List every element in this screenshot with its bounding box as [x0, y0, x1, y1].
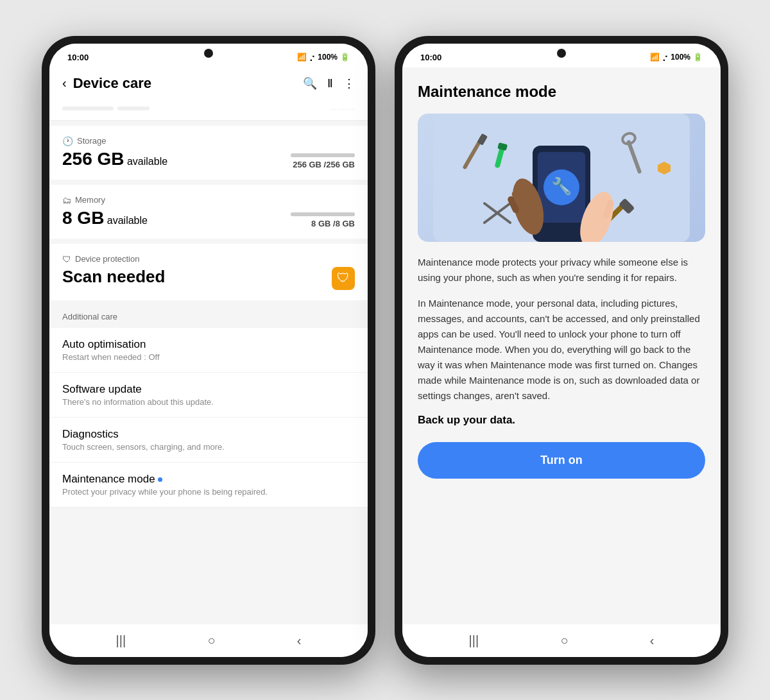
scan-status: Scan needed	[62, 267, 165, 287]
storage-label: 🕐 Storage	[62, 136, 355, 146]
memory-value: 8 GB available	[62, 208, 148, 228]
memory-unit: available	[107, 215, 148, 226]
status-icons-2: 📶 ⡐ 100% 🔋	[650, 53, 703, 62]
back-nav-button[interactable]: ‹	[297, 633, 302, 648]
battery-display: 100%	[318, 53, 338, 62]
memory-bar	[291, 212, 355, 216]
diagnostics-title: Diagnostics	[62, 428, 355, 441]
illustration-svg: 🔧	[418, 114, 705, 242]
back-button[interactable]: ‹	[62, 76, 67, 90]
scroll-hint: — — —	[49, 99, 368, 121]
backup-text: Back up your data.	[418, 414, 705, 427]
maintenance-mode-subtitle: Protect your privacy while your phone is…	[62, 487, 355, 497]
storage-section: 🕐 Storage 256 GB available 256 GB /256 G…	[49, 126, 368, 180]
status-icons: 📶 ⡐ 100% 🔋	[297, 53, 350, 62]
home-button[interactable]: ○	[207, 633, 215, 648]
battery-icon: 🔋	[340, 53, 350, 62]
bottom-nav-2: ||| ○ ‹	[402, 624, 721, 657]
camera-notch	[204, 49, 213, 58]
storage-amount: 256 GB	[62, 149, 124, 169]
memory-icon: 🗂	[62, 195, 71, 205]
recent-apps-button[interactable]: |||	[116, 633, 126, 648]
svg-text:🔧: 🔧	[551, 176, 572, 196]
hint-bar-2	[117, 107, 150, 110]
maintenance-content: Maintenance mode	[402, 67, 721, 504]
memory-ratio: 8 GB /8 GB	[291, 219, 355, 228]
time-display: 10:00	[67, 53, 89, 62]
bottom-nav-1: ||| ○ ‹	[49, 624, 368, 657]
protection-label: 🛡 Device protection	[62, 254, 355, 264]
storage-value: 256 GB available	[62, 149, 167, 169]
battery-icon-2: 🔋	[693, 53, 703, 62]
shield-icon: 🛡	[337, 271, 350, 286]
additional-care-header: Additional care	[49, 305, 368, 328]
screen-content: — — — 🕐 Storage 256 GB available	[49, 99, 368, 624]
action-icons: 🔍 Ⅱ ⋮	[303, 76, 355, 90]
storage-bar-fill	[291, 153, 355, 157]
app-bar: ‹ Device care 🔍 Ⅱ ⋮	[49, 67, 368, 99]
shield-small-icon: 🛡	[62, 254, 71, 264]
turn-on-button[interactable]: Turn on	[418, 442, 705, 479]
maintenance-title: Maintenance mode	[418, 83, 705, 101]
camera-notch-2	[557, 49, 566, 58]
battery-display-2: 100%	[671, 53, 690, 62]
chart-icon[interactable]: Ⅱ	[327, 76, 333, 90]
auto-optimisation-subtitle: Restart when needed : Off	[62, 352, 355, 362]
description-2: In Maintenance mode, your personal data,…	[418, 296, 705, 404]
back-nav-button-2[interactable]: ‹	[650, 633, 654, 648]
storage-info: 256 GB available 256 GB /256 GB	[62, 149, 355, 169]
phone-2: 10:00 📶 ⡐ 100% 🔋 Maintenance mode	[395, 36, 728, 665]
hint-bars: — — —	[62, 105, 355, 112]
protection-section[interactable]: 🛡 Device protection Scan needed 🛡	[49, 244, 368, 300]
auto-optimisation-item[interactable]: Auto optimisation Restart when needed : …	[49, 328, 368, 373]
diagnostics-item[interactable]: Diagnostics Touch screen, sensors, charg…	[49, 418, 368, 463]
storage-right: 256 GB /256 GB	[291, 153, 355, 169]
software-update-title: Software update	[62, 383, 355, 396]
maintenance-mode-title: Maintenance mode	[62, 473, 355, 486]
shield-badge: 🛡	[332, 267, 355, 290]
storage-bar	[291, 153, 355, 157]
storage-icon: 🕐	[62, 136, 73, 146]
scroll-indicator: — — —	[330, 105, 355, 112]
wifi-icon-2: 📶	[650, 53, 660, 62]
hint-bar-1	[62, 107, 114, 110]
memory-right: 8 GB /8 GB	[291, 212, 355, 228]
auto-optimisation-title: Auto optimisation	[62, 338, 355, 351]
diagnostics-subtitle: Touch screen, sensors, charging, and mor…	[62, 442, 355, 452]
maintenance-screen-content: Maintenance mode	[402, 67, 721, 624]
wifi-icon: 📶	[297, 53, 307, 62]
memory-info: 8 GB available 8 GB /8 GB	[62, 208, 355, 228]
description-1: Maintenance mode protects your privacy w…	[418, 255, 705, 286]
app-title: Device care	[73, 75, 296, 92]
maintenance-mode-item[interactable]: Maintenance mode Protect your privacy wh…	[49, 463, 368, 508]
protection-header: Scan needed 🛡	[62, 267, 355, 290]
signal-icon-2: ⡐	[662, 53, 668, 62]
software-update-subtitle: There's no information about this update…	[62, 397, 355, 407]
memory-label: 🗂 Memory	[62, 195, 355, 205]
maintenance-illustration: 🔧	[418, 114, 705, 242]
memory-bar-fill	[291, 212, 355, 216]
time-display-2: 10:00	[420, 53, 441, 62]
memory-section: 🗂 Memory 8 GB available 8 GB /8 GB	[49, 185, 368, 239]
memory-amount: 8 GB	[62, 208, 104, 228]
search-icon[interactable]: 🔍	[303, 76, 317, 90]
maintenance-body: Maintenance mode protects your privacy w…	[418, 255, 705, 404]
phone-1: 10:00 📶 ⡐ 100% 🔋 ‹ Device care 🔍 Ⅱ ⋮	[42, 36, 375, 665]
home-button-2[interactable]: ○	[560, 633, 568, 648]
recent-apps-button-2[interactable]: |||	[469, 633, 479, 648]
storage-ratio: 256 GB /256 GB	[291, 160, 355, 169]
new-dot-indicator	[158, 477, 162, 482]
storage-unit: available	[127, 156, 167, 167]
signal-icon: ⡐	[309, 53, 315, 62]
more-icon[interactable]: ⋮	[343, 76, 355, 90]
software-update-item[interactable]: Software update There's no information a…	[49, 373, 368, 418]
